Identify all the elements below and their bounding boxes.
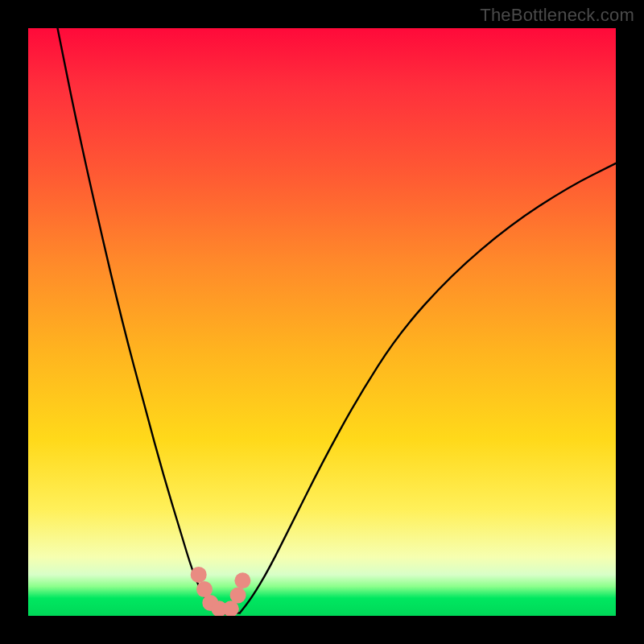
curve-layer <box>28 28 616 616</box>
valley-node <box>191 567 207 583</box>
curve-left-branch <box>58 28 217 613</box>
chart-frame: TheBottleneck.com <box>0 0 644 644</box>
watermark-text: TheBottleneck.com <box>480 5 634 26</box>
plot-area <box>28 28 616 616</box>
valley-node <box>234 572 250 588</box>
valley-nodes <box>191 567 251 616</box>
valley-node <box>230 588 246 604</box>
curve-right-branch <box>240 163 616 613</box>
